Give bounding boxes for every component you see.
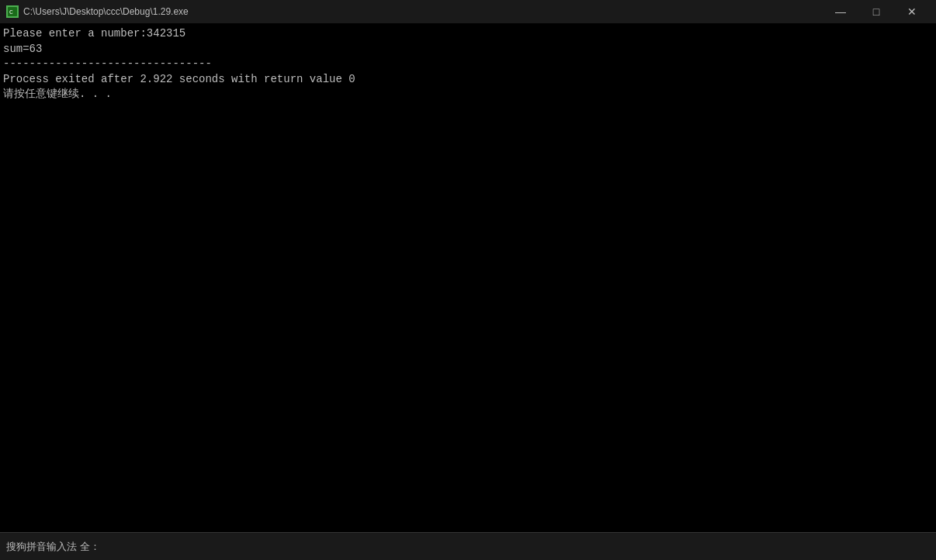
ime-indicator: 搜狗拼音输入法 全： — [6, 540, 100, 554]
window-title: C:\Users\J\Desktop\ccc\Debug\1.29.exe — [23, 6, 189, 17]
console-line: -------------------------------- — [3, 57, 933, 72]
maximize-button[interactable]: □ — [858, 0, 894, 23]
console-line: sum=63 — [3, 42, 933, 57]
titlebar-left: C C:\Users\J\Desktop\ccc\Debug\1.29.exe — [6, 5, 189, 18]
console-window: C C:\Users\J\Desktop\ccc\Debug\1.29.exe … — [0, 0, 936, 560]
window-controls: — □ ✕ — [823, 0, 930, 23]
console-line: Process exited after 2.922 seconds with … — [3, 72, 933, 88]
app-icon: C — [6, 5, 19, 18]
taskbar-bottom: 搜狗拼音输入法 全： — [0, 532, 936, 560]
console-line: Please enter a number:342315 — [3, 26, 933, 42]
svg-text:C: C — [9, 9, 13, 16]
minimize-button[interactable]: — — [823, 0, 858, 23]
console-line: 请按任意键继续. . . — [3, 87, 933, 102]
close-button[interactable]: ✕ — [894, 0, 930, 23]
titlebar: C C:\Users\J\Desktop\ccc\Debug\1.29.exe … — [0, 0, 936, 23]
console-output[interactable]: Please enter a number:342315sum=63------… — [0, 23, 936, 532]
